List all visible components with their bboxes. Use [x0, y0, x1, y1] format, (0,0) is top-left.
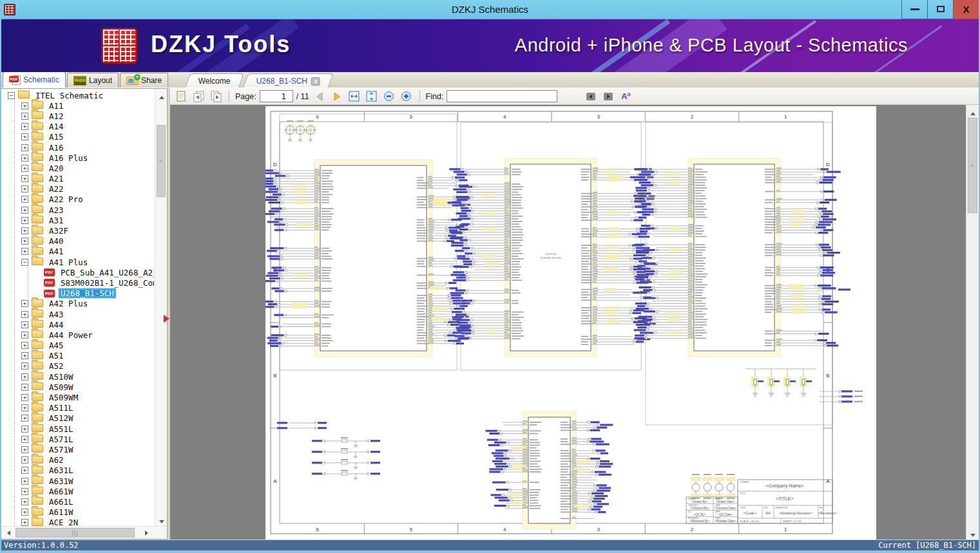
expand-icon[interactable]: +	[21, 165, 28, 172]
tree-item-a41-plus[interactable]: −A41 Plus	[1, 257, 154, 267]
tree-vertical-scrollbar[interactable]: ≡	[155, 89, 167, 526]
tree-item-a16-plus[interactable]: +A16 Plus	[1, 153, 154, 163]
expand-icon[interactable]: +	[21, 384, 28, 391]
tree-item-a509wm[interactable]: +A509WM	[1, 392, 154, 402]
expand-icon[interactable]: +	[21, 404, 28, 411]
scroll-down-button[interactable]	[966, 529, 979, 539]
scroll-up-button[interactable]	[155, 89, 167, 100]
tree-item-a661w[interactable]: +A661W	[1, 486, 154, 496]
expand-icon[interactable]: +	[21, 509, 28, 516]
tree-item-a43[interactable]: +A43	[1, 309, 154, 319]
scroll-left-button[interactable]	[1, 527, 14, 538]
tree-item-a16[interactable]: +A16	[1, 142, 154, 153]
collapse-icon[interactable]: −	[8, 92, 15, 99]
doc-tab-welcome[interactable]: Welcome	[185, 73, 244, 88]
expand-icon[interactable]: +	[21, 300, 28, 307]
tree-item-a51[interactable]: +A51	[1, 351, 154, 361]
scrollbar-thumb[interactable]: |||	[15, 528, 135, 538]
expand-icon[interactable]: +	[21, 342, 28, 349]
expand-icon[interactable]: +	[21, 175, 28, 182]
expand-icon[interactable]: +	[21, 155, 28, 162]
tree-item-a62[interactable]: +A62	[1, 455, 154, 465]
find-next-button[interactable]	[601, 89, 615, 104]
tree-item-a44-power[interactable]: +A44 Power	[1, 330, 154, 340]
tree-item-a52[interactable]: +A52	[1, 361, 154, 371]
tree-item-a510w[interactable]: +A510W	[1, 371, 154, 382]
collapse-icon[interactable]: −	[21, 259, 28, 266]
expand-icon[interactable]: +	[21, 446, 28, 453]
tree-item-a22[interactable]: +A22	[1, 184, 154, 194]
expand-icon[interactable]: +	[21, 102, 28, 109]
tree-item-u268-b1-sch[interactable]: PDFU268_B1-SCH	[1, 288, 154, 299]
tree-item-a661l[interactable]: +A661L	[1, 496, 154, 507]
find-previous-button[interactable]	[584, 89, 598, 104]
tree-item-a15[interactable]: +A15	[1, 132, 154, 142]
tree-item-a23[interactable]: +A23	[1, 205, 154, 215]
tab-layout[interactable]: PADSLayout	[67, 73, 119, 88]
expand-icon[interactable]: +	[21, 394, 28, 401]
viewer-vertical-scrollbar[interactable]: ≡	[966, 105, 979, 539]
tree-item-a631l[interactable]: +A631L	[1, 465, 154, 476]
tab-schematic[interactable]: PDFSchematic	[3, 71, 66, 88]
tree-item-a41[interactable]: +A41	[1, 247, 154, 257]
scrollbar-thumb[interactable]: ≡	[968, 118, 977, 213]
next-page-button[interactable]	[330, 89, 344, 104]
tree-item-a571w[interactable]: +A571W	[1, 444, 154, 455]
prev-view-button[interactable]	[191, 89, 206, 104]
expand-icon[interactable]: +	[21, 415, 28, 422]
tree-item-a631w[interactable]: +A631W	[1, 476, 154, 486]
expand-icon[interactable]: +	[21, 362, 28, 370]
expand-icon[interactable]: +	[21, 248, 28, 255]
tree-item-s83m002b1-1-u268-componen[interactable]: PDFS83M002B1-1_U268_Componen	[1, 277, 154, 288]
expand-icon[interactable]: +	[21, 519, 28, 526]
expand-icon[interactable]: +	[21, 426, 28, 433]
expand-icon[interactable]: +	[21, 478, 28, 485]
tree-item-a31[interactable]: +A31	[1, 215, 154, 225]
expand-icon[interactable]: +	[21, 207, 28, 214]
tree-item-a551l[interactable]: +A551L	[1, 424, 154, 434]
tree-item-a44[interactable]: +A44	[1, 319, 154, 330]
previous-page-button[interactable]	[312, 89, 327, 104]
expand-icon[interactable]: +	[21, 498, 28, 505]
tree-item-a40[interactable]: +A40	[1, 236, 154, 247]
expand-icon[interactable]: +	[21, 123, 28, 130]
tree-item-itel-schematic[interactable]: −ITEL Schematic	[1, 90, 154, 100]
tree-item-a512w[interactable]: +A512W	[1, 413, 154, 424]
tree-item-a20[interactable]: +A20	[1, 163, 154, 173]
expand-icon[interactable]: +	[21, 456, 28, 464]
find-input[interactable]	[447, 90, 557, 102]
tree-item-a14[interactable]: +A14	[1, 122, 154, 132]
fit-page-button[interactable]	[365, 89, 379, 104]
expand-icon[interactable]: +	[21, 436, 28, 443]
expand-icon[interactable]: +	[21, 196, 28, 203]
match-case-button[interactable]: Aa	[619, 89, 633, 104]
scroll-right-button[interactable]	[142, 527, 154, 538]
expand-icon[interactable]: +	[21, 185, 28, 192]
scroll-down-button[interactable]	[155, 515, 167, 526]
expand-icon[interactable]: +	[21, 113, 28, 120]
tree-item-ace-2n[interactable]: +ACE 2N	[1, 518, 154, 526]
tree-item-a11[interactable]: +A11	[1, 100, 154, 111]
expand-icon[interactable]: +	[21, 217, 28, 224]
tree-item-a571l[interactable]: +A571L	[1, 434, 154, 444]
zoom-in-button[interactable]	[399, 89, 414, 104]
scrollbar-thumb[interactable]: ≡	[157, 125, 166, 197]
expand-icon[interactable]: +	[21, 311, 28, 318]
next-view-button[interactable]	[209, 89, 223, 104]
tree-item-a509w[interactable]: +A509W	[1, 382, 154, 392]
tree-item-a32f[interactable]: +A32F	[1, 225, 154, 236]
tree-item-a21[interactable]: +A21	[1, 174, 154, 184]
close-tab-icon[interactable]: ×	[311, 77, 320, 85]
expand-icon[interactable]: +	[21, 467, 28, 474]
expand-icon[interactable]: +	[21, 227, 28, 234]
tree-item-a22-pro[interactable]: +A22 Pro	[1, 194, 154, 205]
fit-width-button[interactable]	[347, 89, 361, 104]
tree-item-a511l[interactable]: +A511L	[1, 403, 154, 413]
single-page-view-button[interactable]	[174, 89, 188, 104]
expand-icon[interactable]: +	[21, 238, 28, 245]
tab-share[interactable]: +Share	[120, 73, 168, 88]
page-number-input[interactable]	[260, 90, 293, 102]
tree-item-a611w[interactable]: +A611W	[1, 507, 154, 518]
expand-icon[interactable]: +	[21, 373, 28, 380]
expand-icon[interactable]: +	[21, 321, 28, 328]
